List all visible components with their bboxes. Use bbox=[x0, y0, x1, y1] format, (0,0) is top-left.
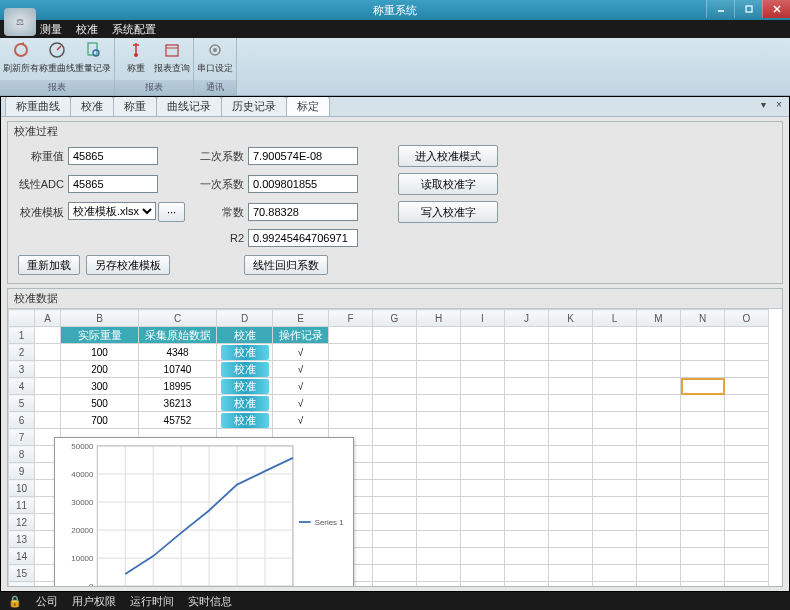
cell[interactable] bbox=[549, 548, 593, 565]
row-header[interactable]: 2 bbox=[9, 344, 35, 361]
cell[interactable] bbox=[637, 378, 681, 395]
cell[interactable] bbox=[549, 565, 593, 582]
cell[interactable]: 18995 bbox=[139, 378, 217, 395]
calibrate-cell-button[interactable]: 校准 bbox=[221, 413, 269, 428]
ribbon-report-query[interactable]: 报表查询 bbox=[155, 40, 189, 75]
col-header[interactable]: E bbox=[273, 310, 329, 327]
cell[interactable] bbox=[329, 344, 373, 361]
cell[interactable] bbox=[373, 582, 417, 587]
cell[interactable] bbox=[461, 378, 505, 395]
cell[interactable] bbox=[681, 327, 725, 344]
cell[interactable] bbox=[461, 395, 505, 412]
cell[interactable] bbox=[593, 361, 637, 378]
cell[interactable] bbox=[417, 378, 461, 395]
cell[interactable]: √ bbox=[273, 361, 329, 378]
cell[interactable] bbox=[505, 463, 549, 480]
col-header[interactable]: K bbox=[549, 310, 593, 327]
cell[interactable] bbox=[505, 361, 549, 378]
cell[interactable] bbox=[593, 327, 637, 344]
cell[interactable] bbox=[505, 514, 549, 531]
cell[interactable]: 实际重量 bbox=[61, 327, 139, 344]
cell[interactable] bbox=[505, 378, 549, 395]
cell[interactable] bbox=[681, 514, 725, 531]
cell[interactable] bbox=[637, 582, 681, 587]
cell[interactable] bbox=[681, 395, 725, 412]
cell[interactable] bbox=[461, 463, 505, 480]
cell[interactable] bbox=[681, 429, 725, 446]
cell[interactable] bbox=[373, 361, 417, 378]
col-header[interactable]: A bbox=[35, 310, 61, 327]
cell[interactable] bbox=[593, 395, 637, 412]
row-header[interactable]: 8 bbox=[9, 446, 35, 463]
cell[interactable] bbox=[417, 582, 461, 587]
cell[interactable]: 校准 bbox=[217, 327, 273, 344]
cell[interactable] bbox=[417, 412, 461, 429]
cell[interactable] bbox=[593, 480, 637, 497]
cell[interactable]: 700 bbox=[61, 412, 139, 429]
cell[interactable] bbox=[461, 327, 505, 344]
chart-box[interactable]: 0100002000030000400005000010020030040050… bbox=[54, 437, 354, 586]
col-header[interactable]: B bbox=[61, 310, 139, 327]
select-template[interactable]: 校准模板.xlsx bbox=[68, 202, 156, 220]
cell[interactable] bbox=[35, 395, 61, 412]
col-header[interactable]: N bbox=[681, 310, 725, 327]
maximize-button[interactable] bbox=[734, 0, 762, 18]
row-header[interactable]: 3 bbox=[9, 361, 35, 378]
cell[interactable] bbox=[35, 412, 61, 429]
cell[interactable] bbox=[725, 361, 769, 378]
row-header[interactable]: 12 bbox=[9, 514, 35, 531]
cell[interactable] bbox=[549, 361, 593, 378]
cell[interactable] bbox=[681, 548, 725, 565]
cell[interactable] bbox=[725, 446, 769, 463]
cell[interactable] bbox=[373, 378, 417, 395]
tab-curve-record[interactable]: 曲线记录 bbox=[156, 96, 222, 116]
tab-history-record[interactable]: 历史记录 bbox=[221, 96, 287, 116]
cell[interactable] bbox=[637, 446, 681, 463]
cell[interactable] bbox=[593, 531, 637, 548]
cell[interactable] bbox=[35, 344, 61, 361]
cell[interactable] bbox=[461, 531, 505, 548]
cell[interactable] bbox=[725, 327, 769, 344]
btn-write-calib-word[interactable]: 写入校准字 bbox=[398, 201, 498, 223]
cell[interactable] bbox=[505, 582, 549, 587]
cell[interactable] bbox=[681, 446, 725, 463]
cell[interactable] bbox=[373, 446, 417, 463]
cell[interactable] bbox=[461, 582, 505, 587]
tab-close-icon[interactable]: × bbox=[773, 99, 785, 110]
cell[interactable] bbox=[593, 497, 637, 514]
status-runtime[interactable]: 运行时间 bbox=[130, 594, 174, 609]
cell[interactable] bbox=[417, 446, 461, 463]
col-header[interactable]: I bbox=[461, 310, 505, 327]
cell[interactable] bbox=[417, 514, 461, 531]
row-header[interactable]: 10 bbox=[9, 480, 35, 497]
cell[interactable] bbox=[593, 344, 637, 361]
cell[interactable] bbox=[681, 497, 725, 514]
btn-enter-calib-mode[interactable]: 进入校准模式 bbox=[398, 145, 498, 167]
cell[interactable] bbox=[461, 429, 505, 446]
cell[interactable] bbox=[593, 412, 637, 429]
cell[interactable] bbox=[373, 497, 417, 514]
cell[interactable] bbox=[593, 514, 637, 531]
cell[interactable] bbox=[725, 548, 769, 565]
cell[interactable]: √ bbox=[273, 378, 329, 395]
cell[interactable]: 校准 bbox=[217, 344, 273, 361]
col-header[interactable]: M bbox=[637, 310, 681, 327]
cell[interactable] bbox=[505, 565, 549, 582]
status-realtime[interactable]: 实时信息 bbox=[188, 594, 232, 609]
cell[interactable]: 校准 bbox=[217, 395, 273, 412]
cell[interactable] bbox=[637, 395, 681, 412]
cell[interactable] bbox=[725, 463, 769, 480]
cell[interactable] bbox=[549, 412, 593, 429]
row-header[interactable]: 13 bbox=[9, 531, 35, 548]
tab-calibrate[interactable]: 校准 bbox=[70, 96, 114, 116]
cell[interactable] bbox=[329, 327, 373, 344]
spreadsheet-scroll[interactable]: ABCDEFGHIJKLMNO1实际重量采集原始数据校准操作记录21004348… bbox=[8, 309, 782, 586]
cell[interactable] bbox=[373, 395, 417, 412]
col-header[interactable]: L bbox=[593, 310, 637, 327]
menu-sysconfig[interactable]: 系统配置 bbox=[112, 22, 156, 37]
cell[interactable] bbox=[417, 548, 461, 565]
cell[interactable] bbox=[725, 395, 769, 412]
cell[interactable] bbox=[593, 429, 637, 446]
cell[interactable] bbox=[681, 361, 725, 378]
input-adc[interactable] bbox=[68, 175, 158, 193]
